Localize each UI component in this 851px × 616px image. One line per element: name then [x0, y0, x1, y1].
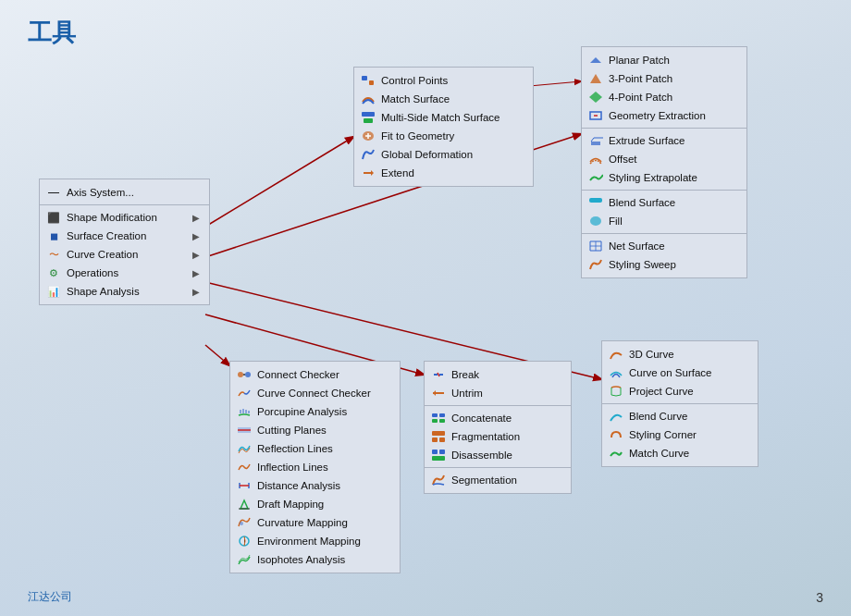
svg-rect-22 [432, 437, 438, 442]
match-curve-item[interactable]: Match Curve [602, 444, 758, 462]
match-curve-label: Match Curve [629, 448, 689, 459]
distance-analysis-icon [236, 478, 253, 493]
distance-analysis-item[interactable]: Distance Analysis [230, 476, 400, 495]
svg-rect-23 [439, 437, 445, 442]
svg-point-16 [590, 216, 601, 226]
shape-mod-label: Shape Modification [67, 212, 157, 223]
fill-label: Fill [609, 216, 623, 227]
blend-surface-icon [587, 195, 604, 210]
curve-creation-icon: 〜 [45, 247, 62, 262]
untrim-icon [430, 386, 447, 400]
segmentation-item[interactable]: Segmentation [425, 471, 571, 489]
geometry-extraction-item[interactable]: Geometry Extraction [582, 106, 746, 125]
curve-on-surface-item[interactable]: Curve on Surface [602, 363, 758, 382]
control-points-item[interactable]: Control Points [354, 71, 533, 90]
styling-sweep-item[interactable]: Styling Sweep [582, 255, 746, 274]
shape-analysis-label: Shape Analysis [67, 286, 140, 297]
break-item[interactable]: Break [425, 365, 571, 384]
cutting-planes-item[interactable]: Cutting Planes [230, 421, 400, 439]
three-point-patch-label: 3-Point Patch [609, 73, 672, 84]
planar-patch-item[interactable]: Planar Patch [582, 51, 746, 69]
planar-patch-label: Planar Patch [609, 55, 670, 66]
menu-item-curve-creation[interactable]: 〜 Curve Creation ▶ [40, 245, 209, 264]
reflection-lines-item[interactable]: Reflection Lines [230, 439, 400, 458]
multi-side-match-label: Multi-Side Match Surface [381, 112, 500, 123]
styling-extrapolate-item[interactable]: Styling Extrapolate [582, 168, 746, 187]
operations-label: Operations [67, 267, 118, 278]
curve-connect-checker-item[interactable]: Curve Connect Checker [230, 384, 400, 402]
shape-mod-submenu: Control Points Match Surface Multi-Side … [353, 67, 534, 187]
multi-side-match-item[interactable]: Multi-Side Match Surface [354, 108, 533, 127]
svg-rect-20 [439, 419, 445, 423]
svg-marker-11 [590, 74, 601, 83]
footer-page: 3 [816, 590, 823, 605]
segmentation-label: Segmentation [451, 474, 517, 486]
svg-marker-12 [589, 92, 602, 103]
net-surface-item[interactable]: Net Surface [582, 237, 746, 255]
fragmentation-label: Fragmentation [451, 431, 520, 442]
global-deformation-item[interactable]: Global Deformation [354, 145, 533, 164]
svg-line-0 [205, 137, 353, 227]
concatenate-item[interactable]: Concatenate [425, 409, 571, 427]
extend-icon [360, 166, 376, 180]
project-curve-item[interactable]: Project Curve [602, 382, 758, 400]
fill-item[interactable]: Fill [582, 212, 746, 230]
shape-analysis-submenu: Connect Checker Curve Connect Checker Po… [229, 361, 401, 573]
match-surface-item[interactable]: Match Surface [354, 90, 533, 108]
page-title: 工具 [28, 17, 76, 49]
distance-analysis-label: Distance Analysis [257, 480, 340, 491]
menu-item-operations[interactable]: ⚙ Operations ▶ [40, 264, 209, 282]
fit-geometry-label: Fit to Geometry [381, 130, 454, 142]
curve-connect-checker-label: Curve Connect Checker [257, 388, 371, 399]
disassemble-item[interactable]: Disassemble [425, 446, 571, 464]
extrude-surface-item[interactable]: Extrude Surface [582, 131, 746, 150]
fit-geometry-item[interactable]: Fit to Geometry [354, 127, 533, 145]
control-points-icon [360, 73, 376, 88]
three-point-patch-item[interactable]: 3-Point Patch [582, 69, 746, 88]
curvature-mapping-label: Curvature Mapping [257, 517, 348, 528]
offset-icon [587, 152, 604, 166]
3d-curve-item[interactable]: 3D Curve [602, 345, 758, 363]
svg-point-28 [245, 372, 251, 377]
four-point-patch-item[interactable]: 4-Point Patch [582, 88, 746, 106]
footer-company: 江达公司 [28, 589, 72, 605]
blend-surface-label: Blend Surface [609, 197, 675, 208]
svg-rect-7 [369, 80, 374, 85]
net-surface-label: Net Surface [609, 240, 665, 252]
axis-icon: — [45, 185, 62, 200]
svg-rect-6 [362, 76, 367, 80]
svg-rect-25 [439, 450, 445, 454]
break-label: Break [451, 369, 479, 380]
environment-mapping-item[interactable]: Environment Mapping [230, 532, 400, 550]
offset-item[interactable]: Offset [582, 150, 746, 168]
untrim-item[interactable]: Untrim [425, 384, 571, 402]
menu-item-axis[interactable]: — Axis System... [40, 183, 209, 202]
fragmentation-item[interactable]: Fragmentation [425, 427, 571, 446]
net-surface-icon [587, 239, 604, 253]
curvature-mapping-item[interactable]: Curvature Mapping [230, 513, 400, 532]
isophotes-analysis-item[interactable]: Isophotes Analysis [230, 550, 400, 569]
styling-corner-item[interactable]: Styling Corner [602, 425, 758, 444]
extend-item[interactable]: Extend [354, 164, 533, 182]
curve-creation-arrow: ▶ [192, 250, 200, 260]
reflection-lines-label: Reflection Lines [257, 443, 333, 454]
inflection-lines-item[interactable]: Inflection Lines [230, 458, 400, 476]
surface-creation-arrow: ▶ [192, 231, 200, 241]
svg-rect-19 [432, 419, 438, 423]
menu-item-shape-analysis[interactable]: 📊 Shape Analysis ▶ [40, 282, 209, 301]
menu-item-surface-creation[interactable]: ◼ Surface Creation ▶ [40, 227, 209, 245]
draft-mapping-item[interactable]: Draft Mapping [230, 495, 400, 513]
svg-rect-15 [589, 198, 602, 203]
svg-line-4 [205, 345, 229, 365]
disassemble-icon [430, 448, 447, 462]
styling-sweep-label: Styling Sweep [609, 259, 676, 270]
curvature-mapping-icon [236, 515, 253, 530]
curve-on-surface-label: Curve on Surface [629, 367, 712, 378]
menu-item-shape-mod[interactable]: ⬛ Shape Modification ▶ [40, 208, 209, 227]
blend-curve-item[interactable]: Blend Curve [602, 407, 758, 425]
porcupine-analysis-item[interactable]: Porcupine Analysis [230, 402, 400, 421]
connect-checker-item[interactable]: Connect Checker [230, 365, 400, 384]
blend-surface-item[interactable]: Blend Surface [582, 193, 746, 212]
geometry-extraction-icon [587, 108, 604, 123]
global-deformation-label: Global Deformation [381, 149, 473, 160]
